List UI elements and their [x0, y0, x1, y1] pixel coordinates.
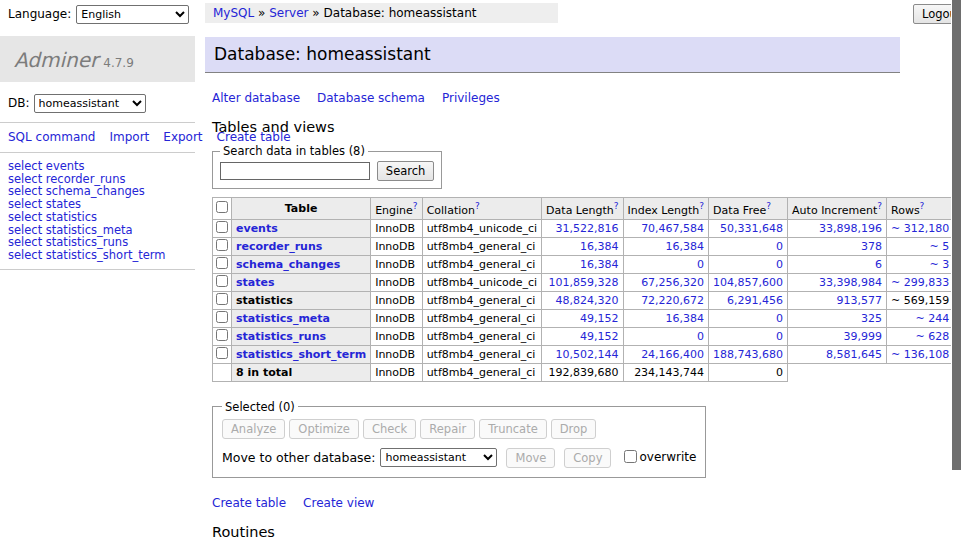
table-link-schema-changes[interactable]: schema_changes [236, 258, 340, 271]
analyze-button[interactable]: Analyze [222, 419, 285, 439]
table-link-states[interactable]: states [236, 276, 275, 289]
data-length-link[interactable]: 16,384 [580, 258, 619, 271]
data-free-link[interactable]: 6,291,456 [727, 294, 783, 307]
total-index-length-cell: 234,143,744 [623, 363, 709, 381]
data-length-link[interactable]: 101,859,328 [549, 276, 619, 289]
move-button[interactable]: Move [506, 448, 555, 468]
index-length-link[interactable]: 0 [697, 330, 704, 343]
data-free-link[interactable]: 188,743,680 [713, 348, 783, 361]
row-checkbox-events[interactable] [216, 221, 228, 233]
help-link-index-length[interactable]: ? [699, 201, 704, 211]
sidebar-select-link-select-states[interactable]: select states [8, 198, 195, 211]
rows-link[interactable]: ~ 136,108 [891, 348, 949, 361]
row-checkbox-statistics[interactable] [216, 293, 228, 305]
language-select[interactable]: English [76, 5, 189, 24]
check-button[interactable]: Check [363, 419, 416, 439]
auto-increment-link[interactable]: 325 [861, 312, 882, 325]
select-all-checkbox[interactable] [216, 201, 228, 213]
table-link-events[interactable]: events [236, 222, 278, 235]
help-link-data-length[interactable]: ? [614, 201, 619, 211]
rows-link[interactable]: ~ 628 [915, 330, 949, 343]
index-length-link[interactable]: 16,384 [666, 312, 705, 325]
data-length-cell: 49,152 [542, 309, 623, 327]
sidebar-action-import[interactable]: Import [109, 130, 149, 144]
data-free-link[interactable]: 0 [776, 330, 783, 343]
index-length-link[interactable]: 24,166,400 [641, 348, 704, 361]
auto-increment-link[interactable]: 39,999 [844, 330, 883, 343]
copy-button[interactable]: Copy [564, 448, 611, 468]
row-checkbox-schema-changes[interactable] [216, 257, 228, 269]
data-free-link[interactable]: 104,857,600 [713, 276, 783, 289]
data-length-link[interactable]: 31,522,816 [556, 222, 619, 235]
index-length-link[interactable]: 72,220,672 [641, 294, 704, 307]
sidebar-select-link-select-statistics-short-term[interactable]: select statistics_short_term [8, 249, 195, 262]
row-checkbox-statistics-meta[interactable] [216, 311, 228, 323]
table-link-statistics-meta[interactable]: statistics_meta [236, 312, 330, 325]
data-length-link[interactable]: 49,152 [580, 312, 619, 325]
create-create-view[interactable]: Create view [303, 496, 374, 510]
main-content: Database: homeassistant Alter databaseDa… [205, 23, 955, 543]
db-action-database-schema[interactable]: Database schema [317, 91, 425, 105]
auto-increment-link[interactable]: 33,898,196 [819, 222, 882, 235]
index-length-link[interactable]: 67,256,320 [641, 276, 704, 289]
data-free-link[interactable]: 0 [776, 240, 783, 253]
auto-increment-link[interactable]: 8,581,645 [826, 348, 882, 361]
table-link-recorder-runs[interactable]: recorder_runs [236, 240, 322, 253]
help-link-rows[interactable]: ? [920, 201, 925, 211]
sidebar-select-link-select-statistics[interactable]: select statistics [8, 211, 195, 224]
index-length-link[interactable]: 70,467,584 [641, 222, 704, 235]
rows-link[interactable]: ~ 244 [915, 312, 949, 325]
db-action-alter-database[interactable]: Alter database [212, 91, 300, 105]
rows-link[interactable]: ~ 312,180 [891, 222, 949, 235]
optimize-button[interactable]: Optimize [289, 419, 359, 439]
data-length-link[interactable]: 49,152 [580, 330, 619, 343]
row-checkbox-states[interactable] [216, 275, 228, 287]
search-fieldset: Search data in tables (8) Search [212, 144, 442, 189]
table-link-statistics-runs[interactable]: statistics_runs [236, 330, 326, 343]
create-create-table[interactable]: Create table [212, 496, 286, 510]
index-length-link[interactable]: 16,384 [666, 240, 705, 253]
help-link-engine[interactable]: ? [413, 201, 418, 211]
drop-button[interactable]: Drop [551, 419, 597, 439]
repair-button[interactable]: Repair [420, 419, 475, 439]
db-select[interactable]: homeassistant [34, 94, 146, 113]
data-length-link[interactable]: 10,502,144 [556, 348, 619, 361]
row-checkbox-cell [213, 291, 232, 309]
help-link-collation[interactable]: ? [475, 201, 480, 211]
row-checkbox-statistics-runs[interactable] [216, 329, 228, 341]
db-action-privileges[interactable]: Privileges [442, 91, 500, 105]
data-length-link[interactable]: 16,384 [580, 240, 619, 253]
help-link-auto-increment[interactable]: ? [877, 201, 882, 211]
auto-increment-link[interactable]: 378 [861, 240, 882, 253]
auto-increment-link[interactable]: 913,577 [837, 294, 883, 307]
sidebar-action-export[interactable]: Export [163, 130, 202, 144]
move-db-select[interactable]: homeassistant [380, 448, 497, 467]
scrollbar-thumb[interactable] [952, 0, 961, 470]
row-checkbox-statistics-short-term[interactable] [216, 347, 228, 359]
breadcrumb-link-mysql[interactable]: MySQL [213, 6, 254, 20]
data-free-link[interactable]: 0 [776, 258, 783, 271]
data-free-link[interactable]: 0 [776, 312, 783, 325]
auto-increment-link[interactable]: 33,398,984 [819, 276, 882, 289]
sidebar-select-link-select-events[interactable]: select events [8, 160, 195, 173]
row-checkbox-recorder-runs[interactable] [216, 239, 228, 251]
search-button[interactable]: Search [377, 161, 435, 181]
search-input[interactable] [220, 162, 370, 180]
help-link-data-free[interactable]: ? [766, 201, 771, 211]
data-free-link[interactable]: 50,331,648 [720, 222, 783, 235]
row-checkbox-cell [213, 237, 232, 255]
breadcrumb-link-server[interactable]: Server [269, 6, 308, 20]
index-length-cell: 70,467,584 [623, 219, 709, 237]
table-link-statistics-short-term[interactable]: statistics_short_term [236, 348, 366, 361]
rows-link[interactable]: ~ 3 [929, 258, 949, 271]
rows-link[interactable]: ~ 299,833 [891, 276, 949, 289]
sidebar-action-sql-command[interactable]: SQL command [8, 130, 95, 144]
rows-link[interactable]: ~ 5 [929, 240, 949, 253]
truncate-button[interactable]: Truncate [479, 419, 547, 439]
overwrite-checkbox[interactable] [624, 450, 637, 463]
data-length-cell: 31,522,816 [542, 219, 623, 237]
scrollbar[interactable] [951, 0, 966, 543]
auto-increment-link[interactable]: 6 [875, 258, 882, 271]
data-length-link[interactable]: 48,824,320 [556, 294, 619, 307]
index-length-link[interactable]: 0 [697, 258, 704, 271]
